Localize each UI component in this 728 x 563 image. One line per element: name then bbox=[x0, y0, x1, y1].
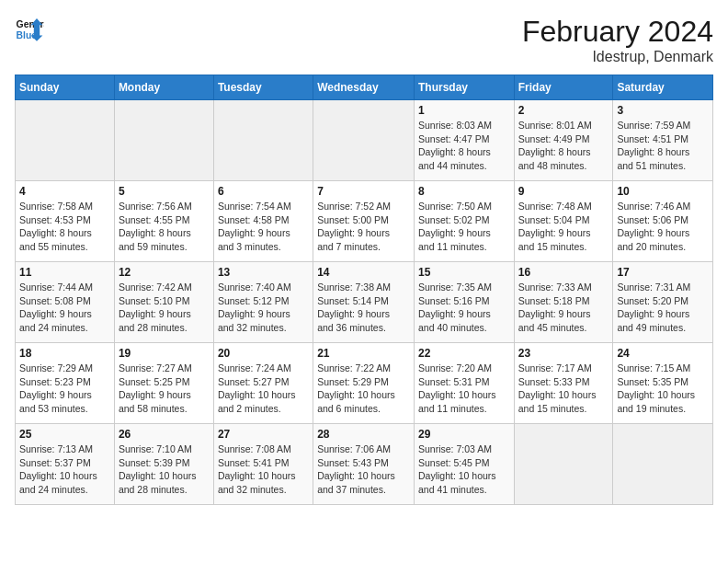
calendar-cell: 13Sunrise: 7:40 AM Sunset: 5:12 PM Dayli… bbox=[213, 262, 313, 343]
calendar-cell bbox=[313, 100, 415, 181]
calendar-cell: 20Sunrise: 7:24 AM Sunset: 5:27 PM Dayli… bbox=[213, 343, 313, 424]
calendar-cell: 26Sunrise: 7:10 AM Sunset: 5:39 PM Dayli… bbox=[114, 424, 213, 505]
day-info: Sunrise: 7:50 AM Sunset: 5:02 PM Dayligh… bbox=[418, 200, 510, 254]
day-number: 4 bbox=[19, 185, 110, 198]
page-subtitle: Idestrup, Denmark bbox=[522, 49, 713, 65]
day-number: 15 bbox=[418, 266, 510, 279]
calendar-cell bbox=[213, 100, 313, 181]
day-number: 16 bbox=[518, 266, 609, 279]
calendar-cell: 6Sunrise: 7:54 AM Sunset: 4:58 PM Daylig… bbox=[213, 181, 313, 262]
calendar-cell: 22Sunrise: 7:20 AM Sunset: 5:31 PM Dayli… bbox=[414, 343, 514, 424]
day-info: Sunrise: 7:27 AM Sunset: 5:25 PM Dayligh… bbox=[119, 362, 210, 416]
day-info: Sunrise: 8:01 AM Sunset: 4:49 PM Dayligh… bbox=[518, 119, 609, 173]
calendar-cell bbox=[16, 100, 115, 181]
calendar-week-row: 25Sunrise: 7:13 AM Sunset: 5:37 PM Dayli… bbox=[16, 424, 713, 505]
day-info: Sunrise: 7:20 AM Sunset: 5:31 PM Dayligh… bbox=[418, 362, 510, 416]
day-info: Sunrise: 7:35 AM Sunset: 5:16 PM Dayligh… bbox=[418, 281, 510, 335]
day-number: 27 bbox=[218, 428, 309, 441]
day-info: Sunrise: 7:48 AM Sunset: 5:04 PM Dayligh… bbox=[518, 200, 609, 254]
day-info: Sunrise: 7:33 AM Sunset: 5:18 PM Dayligh… bbox=[518, 281, 609, 335]
calendar-cell: 12Sunrise: 7:42 AM Sunset: 5:10 PM Dayli… bbox=[114, 262, 213, 343]
calendar-cell: 11Sunrise: 7:44 AM Sunset: 5:08 PM Dayli… bbox=[16, 262, 115, 343]
day-info: Sunrise: 7:46 AM Sunset: 5:06 PM Dayligh… bbox=[617, 200, 709, 254]
calendar-cell: 7Sunrise: 7:52 AM Sunset: 5:00 PM Daylig… bbox=[313, 181, 415, 262]
day-number: 26 bbox=[119, 428, 210, 441]
day-info: Sunrise: 7:24 AM Sunset: 5:27 PM Dayligh… bbox=[218, 362, 309, 416]
calendar-cell: 14Sunrise: 7:38 AM Sunset: 5:14 PM Dayli… bbox=[313, 262, 415, 343]
day-number: 10 bbox=[617, 185, 709, 198]
day-info: Sunrise: 7:38 AM Sunset: 5:14 PM Dayligh… bbox=[317, 281, 410, 335]
col-thursday: Thursday bbox=[414, 75, 514, 100]
calendar-cell: 27Sunrise: 7:08 AM Sunset: 5:41 PM Dayli… bbox=[213, 424, 313, 505]
day-info: Sunrise: 7:15 AM Sunset: 5:35 PM Dayligh… bbox=[617, 362, 709, 416]
calendar-cell bbox=[613, 424, 713, 505]
calendar-cell: 16Sunrise: 7:33 AM Sunset: 5:18 PM Dayli… bbox=[514, 262, 613, 343]
day-number: 24 bbox=[617, 347, 709, 360]
day-number: 7 bbox=[317, 185, 410, 198]
col-wednesday: Wednesday bbox=[313, 75, 415, 100]
calendar-cell: 25Sunrise: 7:13 AM Sunset: 5:37 PM Dayli… bbox=[16, 424, 115, 505]
page-title: February 2024 bbox=[522, 15, 713, 49]
day-info: Sunrise: 7:08 AM Sunset: 5:41 PM Dayligh… bbox=[218, 442, 309, 497]
day-info: Sunrise: 7:58 AM Sunset: 4:53 PM Dayligh… bbox=[19, 200, 110, 254]
calendar-cell bbox=[514, 424, 613, 505]
day-info: Sunrise: 7:06 AM Sunset: 5:43 PM Dayligh… bbox=[317, 442, 410, 497]
calendar-week-row: 1Sunrise: 8:03 AM Sunset: 4:47 PM Daylig… bbox=[16, 100, 713, 181]
day-info: Sunrise: 7:17 AM Sunset: 5:33 PM Dayligh… bbox=[518, 362, 609, 416]
day-number: 19 bbox=[119, 347, 210, 360]
day-info: Sunrise: 7:42 AM Sunset: 5:10 PM Dayligh… bbox=[119, 281, 210, 335]
calendar-cell: 8Sunrise: 7:50 AM Sunset: 5:02 PM Daylig… bbox=[414, 181, 514, 262]
calendar-cell: 4Sunrise: 7:58 AM Sunset: 4:53 PM Daylig… bbox=[16, 181, 115, 262]
calendar-cell: 10Sunrise: 7:46 AM Sunset: 5:06 PM Dayli… bbox=[613, 181, 713, 262]
calendar-week-row: 11Sunrise: 7:44 AM Sunset: 5:08 PM Dayli… bbox=[16, 262, 713, 343]
day-info: Sunrise: 7:13 AM Sunset: 5:37 PM Dayligh… bbox=[19, 442, 110, 497]
calendar-cell: 28Sunrise: 7:06 AM Sunset: 5:43 PM Dayli… bbox=[313, 424, 415, 505]
calendar-week-row: 18Sunrise: 7:29 AM Sunset: 5:23 PM Dayli… bbox=[16, 343, 713, 424]
day-number: 13 bbox=[218, 266, 309, 279]
col-sunday: Sunday bbox=[16, 75, 115, 100]
day-number: 11 bbox=[19, 266, 110, 279]
logo: General Blue bbox=[15, 15, 44, 44]
calendar-cell: 5Sunrise: 7:56 AM Sunset: 4:55 PM Daylig… bbox=[114, 181, 213, 262]
calendar-cell: 29Sunrise: 7:03 AM Sunset: 5:45 PM Dayli… bbox=[414, 424, 514, 505]
day-number: 3 bbox=[617, 104, 709, 117]
day-number: 28 bbox=[317, 428, 410, 441]
col-monday: Monday bbox=[114, 75, 213, 100]
day-info: Sunrise: 8:03 AM Sunset: 4:47 PM Dayligh… bbox=[418, 119, 510, 173]
col-tuesday: Tuesday bbox=[213, 75, 313, 100]
day-info: Sunrise: 7:54 AM Sunset: 4:58 PM Dayligh… bbox=[218, 200, 309, 254]
calendar-header-row: Sunday Monday Tuesday Wednesday Thursday… bbox=[16, 75, 713, 100]
calendar-cell bbox=[114, 100, 213, 181]
page-header: General Blue February 2024 Idestrup, Den… bbox=[15, 15, 713, 65]
calendar-cell: 3Sunrise: 7:59 AM Sunset: 4:51 PM Daylig… bbox=[613, 100, 713, 181]
calendar-cell: 21Sunrise: 7:22 AM Sunset: 5:29 PM Dayli… bbox=[313, 343, 415, 424]
calendar-cell: 18Sunrise: 7:29 AM Sunset: 5:23 PM Dayli… bbox=[16, 343, 115, 424]
calendar-cell: 17Sunrise: 7:31 AM Sunset: 5:20 PM Dayli… bbox=[613, 262, 713, 343]
calendar-cell: 19Sunrise: 7:27 AM Sunset: 5:25 PM Dayli… bbox=[114, 343, 213, 424]
day-info: Sunrise: 7:03 AM Sunset: 5:45 PM Dayligh… bbox=[418, 442, 510, 497]
calendar-week-row: 4Sunrise: 7:58 AM Sunset: 4:53 PM Daylig… bbox=[16, 181, 713, 262]
day-info: Sunrise: 7:10 AM Sunset: 5:39 PM Dayligh… bbox=[119, 442, 210, 497]
calendar-cell: 23Sunrise: 7:17 AM Sunset: 5:33 PM Dayli… bbox=[514, 343, 613, 424]
day-info: Sunrise: 7:52 AM Sunset: 5:00 PM Dayligh… bbox=[317, 200, 410, 254]
day-number: 21 bbox=[317, 347, 410, 360]
calendar-cell: 1Sunrise: 8:03 AM Sunset: 4:47 PM Daylig… bbox=[414, 100, 514, 181]
title-area: February 2024 Idestrup, Denmark bbox=[522, 15, 713, 65]
day-number: 25 bbox=[19, 428, 110, 441]
day-number: 2 bbox=[518, 104, 609, 117]
calendar-cell: 24Sunrise: 7:15 AM Sunset: 5:35 PM Dayli… bbox=[613, 343, 713, 424]
day-number: 17 bbox=[617, 266, 709, 279]
calendar-cell: 15Sunrise: 7:35 AM Sunset: 5:16 PM Dayli… bbox=[414, 262, 514, 343]
day-number: 1 bbox=[418, 104, 510, 117]
day-number: 29 bbox=[418, 428, 510, 441]
col-friday: Friday bbox=[514, 75, 613, 100]
day-info: Sunrise: 7:59 AM Sunset: 4:51 PM Dayligh… bbox=[617, 119, 709, 173]
day-info: Sunrise: 7:56 AM Sunset: 4:55 PM Dayligh… bbox=[119, 200, 210, 254]
day-number: 8 bbox=[418, 185, 510, 198]
day-number: 20 bbox=[218, 347, 309, 360]
calendar-table: Sunday Monday Tuesday Wednesday Thursday… bbox=[15, 75, 713, 505]
day-info: Sunrise: 7:29 AM Sunset: 5:23 PM Dayligh… bbox=[19, 362, 110, 416]
logo-icon: General Blue bbox=[15, 15, 44, 44]
calendar-cell: 2Sunrise: 8:01 AM Sunset: 4:49 PM Daylig… bbox=[514, 100, 613, 181]
day-number: 5 bbox=[119, 185, 210, 198]
